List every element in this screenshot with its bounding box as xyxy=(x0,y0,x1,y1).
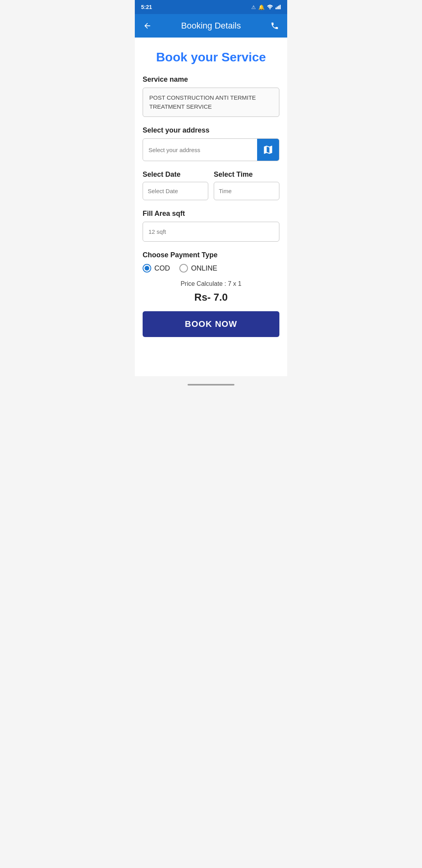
status-time: 5:21 xyxy=(141,4,152,10)
online-radio[interactable] xyxy=(179,264,188,273)
service-name-label: Service name xyxy=(143,75,279,84)
address-row xyxy=(143,138,279,161)
cod-radio[interactable] xyxy=(143,264,151,273)
svg-rect-2 xyxy=(277,7,278,9)
online-label: ONLINE xyxy=(191,264,217,273)
page-title: Book your Service xyxy=(143,50,279,65)
address-label: Select your address xyxy=(143,126,279,135)
time-label: Select Time xyxy=(214,170,279,179)
time-col: Select Time xyxy=(214,170,279,200)
svg-point-0 xyxy=(270,9,270,9)
status-icons: ⚠ 🔔 xyxy=(251,4,281,10)
cod-radio-inner xyxy=(145,266,149,271)
signal-icon xyxy=(275,5,281,9)
map-button[interactable] xyxy=(257,139,279,161)
date-input[interactable] xyxy=(143,182,208,200)
payment-label: Choose Payment Type xyxy=(143,251,279,259)
wifi-icon xyxy=(267,5,273,9)
price-calculate: Price Calculate : 7 x 1 xyxy=(143,280,279,287)
cod-label: COD xyxy=(154,264,170,273)
address-input[interactable] xyxy=(143,140,257,160)
book-now-button[interactable]: BOOK NOW xyxy=(143,311,279,337)
home-indicator xyxy=(188,384,234,386)
svg-rect-3 xyxy=(278,6,279,9)
navbar: Booking Details xyxy=(135,14,287,38)
svg-rect-1 xyxy=(275,7,277,9)
bottom-indicator xyxy=(135,376,287,391)
price-value: Rs- 7.0 xyxy=(143,291,279,303)
svg-rect-4 xyxy=(280,5,281,9)
area-label: Fill Area sqft xyxy=(143,210,279,218)
status-bar: 5:21 ⚠ 🔔 xyxy=(135,0,287,14)
notification-icon: 🔔 xyxy=(258,4,265,10)
service-name-value: POST CONSTRUCTION ANTI TERMITE TREATMENT… xyxy=(143,88,279,117)
phone-button[interactable] xyxy=(268,20,281,32)
back-button[interactable] xyxy=(141,20,154,32)
area-input[interactable] xyxy=(143,222,279,242)
payment-section: Choose Payment Type COD ONLINE xyxy=(143,251,279,273)
payment-online[interactable]: ONLINE xyxy=(179,264,217,273)
payment-options: COD ONLINE xyxy=(143,264,279,273)
warning-icon: ⚠ xyxy=(251,4,256,10)
datetime-row: Select Date Select Time xyxy=(143,170,279,200)
date-label: Select Date xyxy=(143,170,208,179)
navbar-title: Booking Details xyxy=(154,21,268,31)
time-input[interactable] xyxy=(214,182,279,200)
main-content: Book your Service Service name POST CONS… xyxy=(135,38,287,376)
payment-cod[interactable]: COD xyxy=(143,264,170,273)
date-col: Select Date xyxy=(143,170,208,200)
